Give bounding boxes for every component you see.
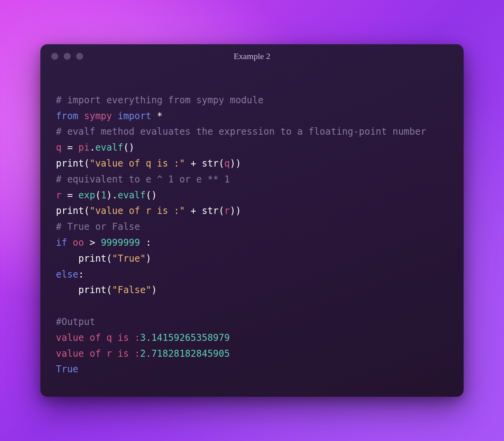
code-punct: .	[90, 142, 95, 153]
code-builtin: str	[202, 158, 219, 169]
code-block: # import everything from sympy module fr…	[40, 65, 464, 381]
code-punct: :	[140, 237, 151, 248]
code-module: sympy	[84, 111, 112, 122]
code-variable: r	[56, 190, 61, 201]
code-comment: # import everything from sympy module	[56, 95, 264, 106]
code-string: "value of r is :"	[90, 205, 185, 216]
output-header: #Output	[56, 316, 95, 327]
code-builtin: print	[56, 205, 84, 216]
code-window: Example 2 # import everything from sympy…	[40, 44, 464, 397]
code-keyword: if	[56, 237, 67, 248]
code-number: 9999999	[101, 237, 140, 248]
code-identifier: oo	[73, 237, 84, 248]
code-variable: q	[224, 158, 230, 169]
code-keyword: else	[56, 269, 78, 280]
code-string: "False"	[112, 285, 151, 295]
code-method: evalf	[118, 190, 146, 201]
titlebar: Example 2	[40, 44, 464, 65]
code-builtin: str	[202, 205, 219, 216]
output-label: value of r is :	[56, 348, 140, 359]
code-identifier: pi	[78, 142, 90, 153]
code-punct: (	[106, 285, 112, 295]
code-punct: :	[78, 269, 84, 280]
code-operator: >	[84, 237, 101, 248]
code-punct: (	[106, 253, 112, 264]
code-punct: ))	[230, 205, 241, 216]
code-operator: =	[61, 190, 78, 201]
output-value: 3.14159265358979	[140, 332, 230, 343]
code-punct: ))	[230, 158, 241, 169]
code-punct: )	[106, 190, 112, 201]
code-punct: ()	[123, 142, 134, 153]
code-operator: *	[157, 111, 162, 122]
code-punct: .	[112, 190, 118, 201]
output-value: True	[56, 364, 78, 375]
code-punct: (	[84, 158, 89, 169]
code-punct: (	[219, 158, 224, 169]
code-operator: =	[61, 142, 78, 153]
code-operator: +	[185, 205, 202, 216]
code-builtin: print	[78, 285, 106, 295]
window-title: Example 2	[40, 51, 464, 61]
code-comment: # evalf method evaluates the expression …	[56, 126, 426, 137]
code-operator: +	[185, 158, 202, 169]
code-punct: (	[84, 205, 89, 216]
close-icon[interactable]	[51, 53, 58, 60]
code-string: "True"	[112, 253, 146, 264]
code-builtin: print	[56, 158, 84, 169]
maximize-icon[interactable]	[76, 53, 83, 60]
code-punct: ()	[146, 190, 157, 201]
code-punct: (	[219, 205, 224, 216]
code-indent	[56, 253, 78, 264]
code-punct: )	[146, 253, 151, 264]
code-space	[67, 237, 73, 248]
code-keyword: import	[118, 111, 151, 122]
code-variable: r	[224, 205, 230, 216]
code-comment: # True or False	[56, 221, 140, 232]
code-punct: (	[95, 190, 101, 201]
code-indent	[56, 285, 78, 295]
code-keyword: from	[56, 111, 78, 122]
code-variable: q	[56, 142, 61, 153]
code-method: evalf	[95, 142, 123, 153]
code-punct: )	[151, 285, 157, 295]
output-label: value of q is :	[56, 332, 140, 343]
code-comment: # equivalent to e ^ 1 or e ** 1	[56, 174, 230, 185]
minimize-icon[interactable]	[64, 53, 71, 60]
code-builtin: print	[78, 253, 106, 264]
code-number: 1	[101, 190, 106, 201]
output-value: 2.71828182845905	[140, 348, 230, 359]
code-string: "value of q is :"	[90, 158, 185, 169]
traffic-lights	[51, 53, 83, 60]
code-function: exp	[78, 190, 95, 201]
